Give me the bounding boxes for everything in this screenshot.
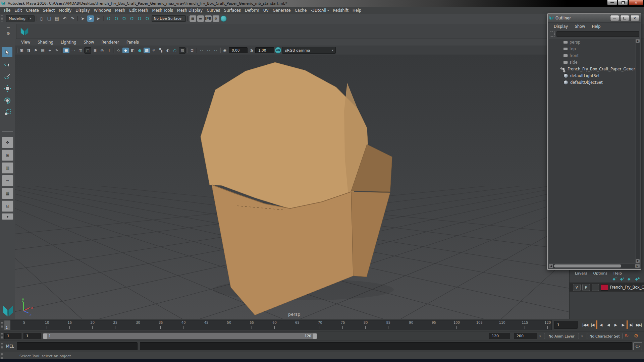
rotate-tool-button[interactable] — [2, 95, 12, 106]
layout-persp-graph-button[interactable]: ≈ — [2, 175, 13, 186]
layers-menu-layers[interactable]: Layers — [572, 271, 590, 276]
panel-menu-renderer[interactable]: Renderer — [98, 40, 123, 45]
scroll-right-icon[interactable]: ▶ — [635, 264, 640, 268]
script-editor-button[interactable]: {;} — [633, 342, 642, 350]
menu-mesh-tools[interactable]: Mesh Tools — [150, 8, 175, 13]
menu-curves[interactable]: Curves — [205, 8, 222, 13]
select-object-button[interactable]: ➤ — [87, 15, 94, 22]
drag-grip[interactable] — [1, 322, 4, 329]
panel-menu-view[interactable]: View — [17, 40, 34, 45]
layout-hypershade-button[interactable]: ▦ — [2, 188, 13, 199]
outliner-item-side[interactable]: side — [549, 59, 635, 66]
scale-tool-button[interactable] — [2, 107, 12, 118]
animation-preferences-button[interactable]: ⚙ — [634, 333, 638, 339]
separator[interactable] — [187, 15, 189, 22]
separator[interactable] — [77, 15, 78, 22]
layer-type-toggle[interactable] — [592, 284, 599, 291]
perspective-viewport[interactable]: ViewShadingLightingShowRendererPanels ▣ … — [15, 39, 569, 319]
drag-grip[interactable] — [1, 333, 4, 340]
live-surface-field[interactable]: No Live Surface — [152, 15, 186, 22]
scrollbar-thumb[interactable] — [554, 264, 621, 267]
ambient-occlusion-button[interactable]: ◐ — [165, 48, 171, 53]
menu-redshift[interactable]: Redshift — [331, 8, 351, 13]
chevron-down-icon[interactable]: ▾ — [539, 335, 541, 338]
render-current-frame-button[interactable]: ▬ — [197, 15, 204, 22]
open-scene-button[interactable]: ❏ — [46, 15, 53, 22]
layout-single-pane-button[interactable]: ❖ — [2, 137, 13, 148]
menu-create[interactable]: Create — [24, 8, 41, 13]
panel-menu-panels[interactable]: Panels — [123, 40, 143, 45]
outliner-item-front[interactable]: front — [549, 52, 635, 59]
drag-grip[interactable] — [1, 15, 4, 22]
wireframe-on-shaded-button[interactable]: ◧ — [129, 48, 136, 53]
separator[interactable] — [103, 15, 104, 22]
snap-to-curve-button[interactable]: Ω — [113, 15, 120, 22]
lasso-tool-button[interactable] — [2, 59, 12, 69]
exposure-icon[interactable]: ◉ — [222, 48, 228, 53]
scroll-down-icon[interactable]: ▼ — [636, 259, 640, 263]
outliner-minimize-button[interactable] — [610, 15, 619, 21]
lights-button[interactable]: ☼ — [151, 48, 157, 53]
previous-key-button[interactable]: ◀ — [596, 320, 604, 329]
menu-edit[interactable]: Edit — [12, 8, 24, 13]
go-to-start-button[interactable]: |◀◀ — [582, 320, 589, 329]
panel-menu-lighting[interactable]: Lighting — [57, 40, 80, 45]
grid-toggle-button[interactable]: ▦ — [63, 48, 69, 53]
next-key-button[interactable]: ▶ — [620, 320, 628, 329]
close-button[interactable]: × — [629, 0, 643, 5]
render-sphere-button[interactable] — [220, 15, 227, 22]
select-tool-button[interactable] — [2, 47, 12, 57]
outliner-title-bar[interactable]: Outliner × — [548, 14, 641, 22]
make-live-button[interactable]: Ω — [136, 15, 143, 22]
isolate-select-button[interactable]: ⊡ — [189, 48, 195, 53]
step-forward-frame-button[interactable]: ▶| — [628, 320, 635, 329]
outliner-close-button[interactable]: × — [630, 15, 639, 21]
redo-button[interactable]: ↷ — [69, 15, 76, 22]
character-set-dropdown[interactable]: No Character Set — [587, 333, 623, 339]
snap-to-view-plane-button[interactable]: Ω — [144, 15, 151, 22]
animation-start-field[interactable]: 1 — [4, 333, 21, 339]
range-slider-bar[interactable]: 1 120 — [43, 333, 317, 339]
xray-joints-button[interactable]: ▱ — [205, 48, 212, 53]
snap-to-point-button[interactable]: Ω — [121, 15, 127, 22]
snap-to-grid-button[interactable]: Ω — [105, 15, 112, 22]
playhead[interactable]: 1 — [4, 320, 10, 330]
layer-move-up-icon[interactable]: ◆↑ — [612, 277, 617, 281]
menu-mesh-display[interactable]: Mesh Display — [175, 8, 205, 13]
xray-active-button[interactable]: ▱ — [212, 48, 219, 53]
command-input[interactable] — [17, 342, 138, 350]
current-frame-field[interactable]: 1 — [554, 321, 578, 329]
menu-display[interactable]: Display — [73, 8, 92, 13]
auto-keyframe-toggle[interactable]: ↻ — [625, 333, 629, 339]
menu-windows[interactable]: Windows — [92, 8, 113, 13]
field-chart-button[interactable]: ⊞ — [92, 48, 98, 53]
safe-action-button[interactable]: ◎ — [99, 48, 105, 53]
menu-set-dropdown[interactable]: Modeling ▾ — [6, 15, 35, 22]
playback-start-field[interactable]: 1 — [23, 333, 41, 339]
outliner-restore-button[interactable] — [620, 15, 629, 21]
multisample-button[interactable]: ▩ — [179, 47, 186, 54]
menu-mesh[interactable]: Mesh — [113, 8, 127, 13]
minimize-button[interactable] — [607, 0, 617, 5]
command-language-button[interactable]: MEL — [6, 344, 14, 349]
drag-grip[interactable] — [1, 353, 4, 360]
outliner-item-defaultobjectset[interactable]: defaultObjectSet — [549, 79, 635, 86]
outliner-item-mesh[interactable]: French_Fry_Box_Craft_Paper_Generic_ — [549, 66, 635, 72]
menu-cache[interactable]: Cache — [293, 8, 309, 13]
chevron-down-icon[interactable]: ▾ — [581, 335, 583, 338]
layers-menu-help[interactable]: Help — [611, 271, 625, 276]
menu-edit-mesh[interactable]: Edit Mesh — [127, 8, 150, 13]
outliner-menu-display[interactable]: Display — [550, 24, 571, 29]
shadows-button[interactable]: ▚ — [158, 48, 164, 53]
selection-filter-icon[interactable] — [550, 32, 555, 37]
panel-menu-show[interactable]: Show — [80, 40, 98, 45]
save-scene-button[interactable]: ▤ — [54, 15, 60, 22]
outliner-search-input[interactable] — [556, 31, 639, 37]
render-settings-button[interactable]: ⚙ — [213, 15, 219, 22]
panel-menu-shading[interactable]: Shading — [34, 40, 57, 45]
pan-zoom-button[interactable]: + — [47, 48, 53, 53]
menu-deform[interactable]: Deform — [243, 8, 261, 13]
motion-blur-button[interactable]: ○ — [172, 48, 178, 53]
outliner-menu-show[interactable]: Show — [571, 24, 588, 29]
new-scene-button[interactable]: ▯ — [38, 15, 45, 22]
